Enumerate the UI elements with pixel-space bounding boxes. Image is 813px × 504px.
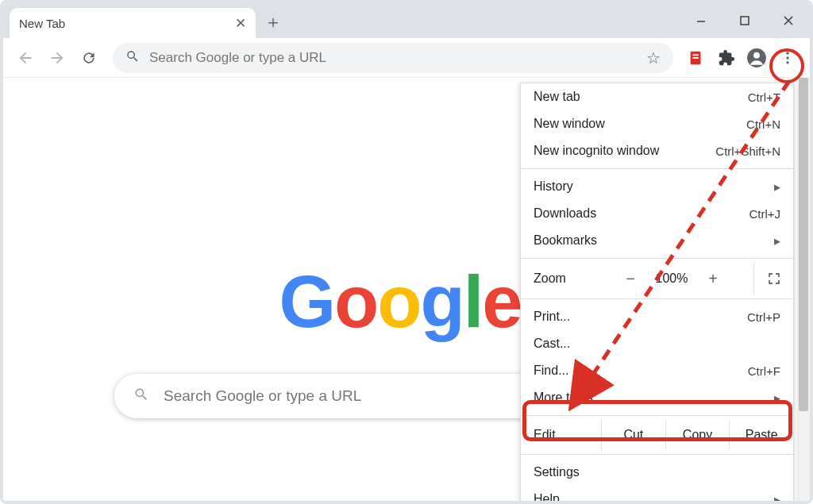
menu-item-label: Print... [534,310,570,324]
menu-item-shortcut: Ctrl+T [748,90,780,104]
menu-item-label: Settings [534,465,580,479]
menu-zoom-row: Zoom − 100% + [521,263,793,294]
toolbar: ☆ [3,38,810,78]
window-controls [679,3,810,38]
svg-rect-5 [692,54,698,56]
scrollbar-thumb[interactable] [799,78,808,411]
address-bar[interactable]: ☆ [113,43,673,73]
menu-divider [521,168,793,169]
menu-incognito[interactable]: New incognito window Ctrl+Shift+N [521,137,793,164]
chevron-right-icon: ▸ [774,233,780,248]
chevron-right-icon: ▸ [774,492,780,505]
tab-title: New Tab [19,17,65,30]
minimize-button[interactable] [679,3,722,38]
menu-item-shortcut: Ctrl+J [749,207,780,221]
menu-item-label: Cast... [534,337,570,351]
chevron-right-icon: ▸ [774,391,780,406]
title-bar: New Tab ✕ ＋ [3,3,810,38]
maximize-button[interactable] [722,3,766,38]
fullscreen-button[interactable] [753,263,793,294]
menu-print[interactable]: Print... Ctrl+P [521,303,793,330]
menu-edit-label: Edit [534,428,601,442]
menu-copy-button[interactable]: Copy [665,420,730,450]
menu-item-shortcut: Ctrl+F [748,364,780,378]
zoom-in-button[interactable]: + [695,270,730,288]
omnibox-input[interactable] [149,50,637,66]
menu-item-shortcut: Ctrl+P [747,310,780,324]
close-tab-icon[interactable]: ✕ [235,15,246,32]
chrome-menu-button[interactable] [773,44,802,72]
menu-item-label: New window [534,117,605,131]
menu-paste-button[interactable]: Paste [729,420,793,450]
menu-item-shortcut: Ctrl+N [746,117,780,131]
zoom-level: 100% [648,271,695,286]
menu-item-label: Help [534,492,560,504]
bookmark-star-icon[interactable]: ☆ [646,48,661,67]
menu-help[interactable]: Help ▸ [521,486,793,504]
menu-more-tools[interactable]: More tools ▸ [521,384,793,411]
extensions-puzzle-icon[interactable] [713,44,740,71]
menu-item-label: New incognito window [534,144,659,158]
menu-item-label: More tools [534,391,593,405]
menu-cast[interactable]: Cast... [521,330,793,357]
svg-rect-6 [692,57,698,59]
vertical-scrollbar[interactable] [797,78,810,501]
chevron-right-icon: ▸ [774,179,780,194]
menu-item-label: Downloads [534,206,596,221]
browser-tab[interactable]: New Tab ✕ [10,8,256,38]
menu-item-label: Find... [534,364,568,378]
menu-new-tab[interactable]: New tab Ctrl+T [521,83,793,110]
back-button[interactable] [11,44,40,72]
menu-item-label: New tab [534,90,580,104]
menu-divider [521,258,793,259]
menu-item-label: History [534,179,573,194]
zoom-out-button[interactable]: − [613,270,648,288]
google-logo: Google [279,260,522,344]
menu-divider [521,415,793,416]
search-icon [133,387,149,406]
svg-point-11 [786,61,788,63]
menu-item-label: Bookmarks [534,233,597,248]
menu-zoom-label: Zoom [534,271,613,286]
menu-item-shortcut: Ctrl+Shift+N [715,144,780,158]
menu-divider [521,454,793,455]
extension-icon[interactable] [683,44,710,71]
svg-point-8 [753,52,760,58]
menu-bookmarks[interactable]: Bookmarks ▸ [521,227,793,254]
menu-settings[interactable]: Settings [521,459,793,486]
new-tab-button[interactable]: ＋ [260,10,286,35]
menu-divider [521,298,793,299]
svg-point-10 [786,56,788,59]
chrome-menu: New tab Ctrl+T New window Ctrl+N New inc… [520,83,794,504]
menu-history[interactable]: History ▸ [521,173,793,200]
forward-button[interactable] [43,44,71,72]
profile-avatar-icon[interactable] [743,44,770,71]
search-icon [125,49,140,67]
svg-point-9 [786,52,788,54]
reload-button[interactable] [75,44,103,72]
svg-rect-1 [741,17,749,25]
menu-new-window[interactable]: New window Ctrl+N [521,110,793,137]
menu-cut-button[interactable]: Cut [601,420,665,450]
menu-edit-row: Edit Cut Copy Paste [521,420,793,450]
close-window-button[interactable] [766,3,810,38]
menu-downloads[interactable]: Downloads Ctrl+J [521,200,793,227]
menu-find[interactable]: Find... Ctrl+F [521,357,793,384]
